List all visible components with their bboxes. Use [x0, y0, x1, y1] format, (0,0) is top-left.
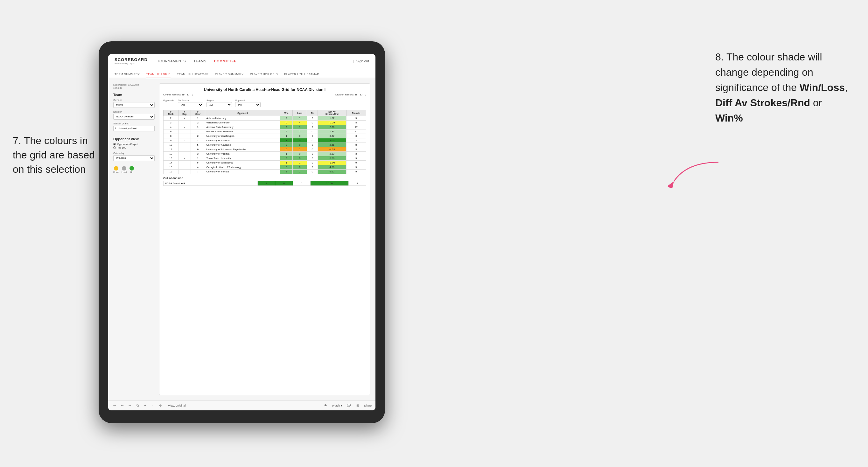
cell-win: 1	[280, 138, 293, 143]
tablet: SCOREBOARD Powered by clippd TOURNAMENTS…	[99, 41, 385, 423]
annotation-left: 7. The colours in the grid are based on …	[13, 134, 102, 176]
cell-rounds: 9	[346, 116, 366, 121]
cell-diff: -1.00	[318, 161, 346, 165]
toolbar: ↩ ↪ ↩ ⧉ + - ⊙ View: Original 👁 Watch ▾ 💬…	[108, 400, 375, 410]
filter-row: Opponents: Conference (All) Region (All)	[163, 99, 366, 107]
cell-rounds: 12	[346, 129, 366, 134]
nav-committee[interactable]: COMMITTEE	[214, 58, 237, 64]
filter-opponents: Opponents:	[163, 99, 175, 107]
copy-icon[interactable]: ⧉	[135, 403, 140, 408]
cell-loss: 0	[293, 134, 307, 138]
cell-loss: 1	[293, 125, 307, 129]
grid-icon[interactable]: ⊞	[355, 403, 360, 408]
signin-link[interactable]: Sign out	[356, 59, 369, 63]
gender-label: Gender	[113, 99, 155, 101]
cell-loss: 1	[293, 147, 307, 152]
watch-label[interactable]: Watch ▾	[332, 404, 342, 407]
last-updated: Last Updated: 27/03/2024 16:55:38	[113, 83, 155, 90]
add-icon[interactable]: +	[143, 403, 148, 408]
subnav-team-h2h-grid[interactable]: TEAM H2H GRID	[146, 72, 170, 78]
od-win: 1	[257, 181, 275, 186]
cell-diff: 3.67	[318, 134, 346, 138]
nav-teams[interactable]: TEAMS	[193, 58, 206, 64]
table-row: 10 5 University of Alabama 3 0 0 2.61 8	[163, 143, 366, 147]
school-input[interactable]	[113, 126, 155, 131]
view-label: View: Original	[168, 404, 186, 407]
cell-conf: 2	[191, 129, 205, 134]
radio-opponents-played[interactable]: Opponents Played	[113, 143, 155, 146]
clock-icon[interactable]: ⊙	[158, 403, 163, 408]
cell-opponent: University of Arkansas, Fayetteville	[205, 147, 280, 152]
radio-dot-opponents	[113, 143, 116, 145]
cell-tie: 0	[307, 156, 318, 161]
subnav-player-h2h-heatmap[interactable]: PLAYER H2H HEATMAP	[284, 72, 319, 78]
cell-win: 3	[280, 143, 293, 147]
filter-opponent-group: Opponent (All)	[235, 99, 260, 107]
cell-tie: 0	[307, 147, 318, 152]
filter-conference-select[interactable]: (All)	[178, 102, 203, 107]
cell-loss: 1	[293, 161, 307, 165]
cell-rounds: 3	[346, 152, 366, 156]
cell-opponent: Georgia Institute of Technology	[205, 165, 280, 169]
filter-region-select[interactable]: (All)	[207, 102, 232, 107]
cell-win: 4	[280, 129, 293, 134]
cell-loss: 0	[293, 138, 307, 143]
cell-rank: 3	[163, 121, 179, 125]
redo2-icon[interactable]: ↩	[127, 403, 132, 408]
cell-conf: 6	[191, 147, 205, 152]
cell-win: 3	[280, 169, 293, 174]
od-diff: 26.00	[310, 181, 348, 186]
cell-opponent: Florida State University	[205, 129, 280, 134]
nav-tournaments[interactable]: TOURNAMENTS	[157, 58, 186, 64]
minus-icon[interactable]: -	[150, 403, 155, 408]
od-division: NCAA Division II	[163, 181, 258, 186]
col-opponent: Opponent	[205, 110, 280, 116]
cell-tie: 0	[307, 165, 318, 169]
legend-dot-level	[122, 166, 126, 170]
division-label: Division	[113, 111, 155, 113]
cell-diff: 5.56	[318, 156, 346, 161]
cell-tie: 0	[307, 161, 318, 165]
division-select[interactable]: NCAA Division I	[113, 114, 155, 120]
toolbar-view[interactable]: View: Original	[168, 404, 186, 407]
table-row: 11 6 University of Arkansas, Fayettevill…	[163, 147, 366, 152]
cell-reg: -	[178, 138, 191, 143]
subnav-team-summary[interactable]: TEAM SUMMARY	[115, 72, 140, 78]
cell-rounds: 8	[346, 121, 366, 125]
team-section-title: Team	[113, 93, 155, 97]
cell-diff: 2.28	[318, 125, 346, 129]
share-label[interactable]: Share	[364, 404, 372, 407]
colour-legend: Down Level Up	[113, 166, 155, 174]
cell-rounds: 9	[346, 156, 366, 161]
grid-area: University of North Carolina Head-to-Hea…	[159, 83, 370, 395]
watch-icon[interactable]: 👁	[323, 403, 328, 408]
cell-conf: 6	[191, 161, 205, 165]
cell-rank: 14	[163, 161, 179, 165]
table-row: 2 - 1 Auburn University 2 1 0 1.67 9	[163, 116, 366, 121]
col-reg: #Reg	[178, 110, 191, 116]
subnav-player-h2h-grid[interactable]: PLAYER H2H GRID	[250, 72, 278, 78]
cell-rounds: 3	[346, 134, 366, 138]
redo-icon[interactable]: ↪	[120, 403, 125, 408]
cell-loss: 0	[293, 156, 307, 161]
cell-reg	[178, 161, 191, 165]
cell-reg	[178, 147, 191, 152]
cell-win: 1	[280, 161, 293, 165]
table-row: 4 - 1 Arizona State University 5 1 0 2.2…	[163, 125, 366, 129]
cell-rank: 11	[163, 147, 179, 152]
colour-by-select[interactable]: Win/loss	[113, 155, 155, 161]
grid-title: University of North Carolina Head-to-Hea…	[163, 88, 366, 92]
col-loss: Loss	[293, 110, 307, 116]
cell-rounds: 17	[346, 125, 366, 129]
cell-conf: 1	[191, 138, 205, 143]
cell-rounds: 9	[346, 165, 366, 169]
gender-select[interactable]: Men's	[113, 102, 155, 108]
cell-win: 1	[280, 152, 293, 156]
comment-icon[interactable]: 💬	[346, 403, 351, 408]
filter-opponent-select[interactable]: (All)	[235, 102, 260, 107]
radio-top100[interactable]: Top 100	[113, 146, 155, 149]
subnav-team-h2h-heatmap[interactable]: TEAM H2H HEATMAP	[177, 72, 209, 78]
cell-rank: 13	[163, 156, 179, 161]
subnav-player-summary[interactable]: PLAYER SUMMARY	[215, 72, 243, 78]
undo-icon[interactable]: ↩	[112, 403, 117, 408]
